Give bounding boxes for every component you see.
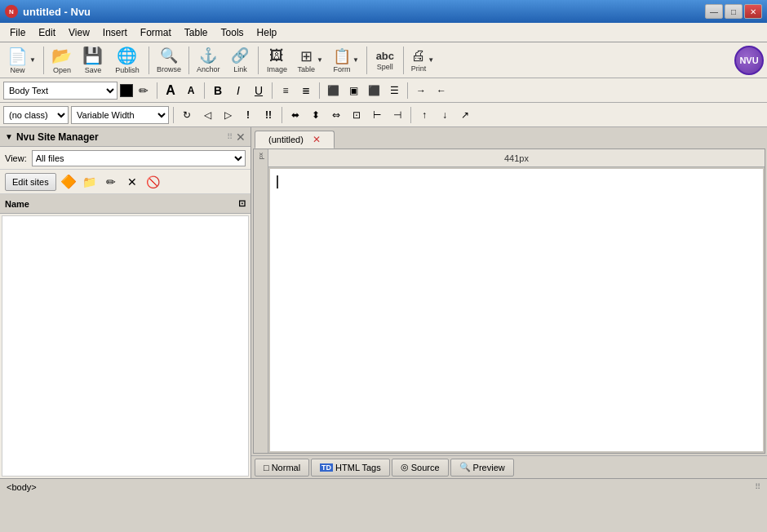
app-icon: N [5,5,18,18]
table-arrow-icon: ▼ [317,56,323,64]
editor-canvas[interactable] [270,169,763,451]
normal-tab-icon: □ [264,463,269,472]
h-align2-btn[interactable]: ⬍ [307,106,325,124]
preview-tab[interactable]: 🔍 Preview [450,459,514,477]
site-folder-icon[interactable]: 📁 [81,173,99,191]
table-button[interactable]: ⊞ Table ▼ [293,45,326,76]
sep4 [258,47,259,74]
bottom-tabs: □ Normal TD HTML Tags ◎ Source 🔍 Preview [251,455,767,478]
publish-label: Publish [115,66,140,74]
up-btn[interactable]: ↑ [415,106,433,124]
prev-btn[interactable]: ◁ [198,106,216,124]
resize3-btn[interactable]: ⊣ [388,106,406,124]
tab-close-btn[interactable]: ✕ [313,134,321,145]
diag-btn[interactable]: ↗ [456,106,474,124]
site-delete-icon[interactable]: ✕ [123,173,141,191]
menu-format[interactable]: Format [134,25,178,40]
decrease-font-btn[interactable]: A [182,82,200,100]
indent-btn[interactable]: → [412,82,430,100]
resize-btn[interactable]: ⊡ [348,106,366,124]
collapse-arrow-icon[interactable]: ▼ [5,132,13,141]
document-tab[interactable]: (untitled) ✕ [255,131,335,149]
resize-grip-icon[interactable]: ⠿ [755,482,760,491]
ruler-text: px [257,153,264,159]
unordered-list-btn[interactable]: ≡ [277,82,295,100]
next-btn[interactable]: ▷ [219,106,237,124]
site-panel: ▼ Nvu Site Manager ⠿ ✕ View: All files B… [0,127,251,478]
maximize-button[interactable]: □ [725,4,743,19]
h-align1-btn[interactable]: ⬌ [286,106,304,124]
form-button[interactable]: 📋 Form ▼ [329,45,363,76]
excl-btn[interactable]: ! [239,106,257,124]
site-stop-icon[interactable]: 🚫 [144,173,162,191]
close-button[interactable]: ✕ [744,4,762,19]
print-button[interactable]: 🖨 Print ▼ [407,45,438,76]
new-label: New [10,66,24,74]
fmt-sep3 [272,82,273,99]
resize-column-icon[interactable]: ⊡ [238,198,246,209]
menu-tools[interactable]: Tools [215,25,250,40]
normal-tab[interactable]: □ Normal [255,459,309,477]
underline-btn[interactable]: U [250,82,268,100]
resize2-btn[interactable]: ⊢ [368,106,386,124]
editor-area: (untitled) ✕ px 441px □ Normal [251,127,767,478]
new-button[interactable]: 📄 New ▼ [3,45,40,76]
spell-button[interactable]: abc Spell [370,45,400,76]
class-select[interactable]: (no class) [3,106,69,124]
sep2 [149,47,149,74]
edit-sites-btn[interactable]: Edit sites [5,173,56,191]
align-justify-btn[interactable]: ☰ [385,82,403,100]
save-button[interactable]: 💾 Save [78,45,108,76]
view-select[interactable]: All files Bookmarks History [32,150,246,166]
increase-font-btn[interactable]: A [162,82,180,100]
menu-table[interactable]: Table [178,25,215,40]
highlight-btn[interactable]: ✏ [135,82,153,100]
minimize-button[interactable]: — [705,4,723,19]
anchor-button[interactable]: ⚓ Anchor [193,45,224,76]
refresh-btn[interactable]: ↻ [178,106,196,124]
browse-icon: 🔍 [160,47,178,64]
site-panel-title-area: ▼ Nvu Site Manager [5,131,99,143]
h-align3-btn[interactable]: ⇔ [327,106,345,124]
align-left-btn[interactable]: ⬛ [324,82,342,100]
menu-help[interactable]: Help [250,25,284,40]
style-select[interactable]: Body Text Heading 1 Heading 2 Paragraph [3,82,117,100]
dbl-excl-btn[interactable]: !! [259,106,277,124]
ordered-list-btn[interactable]: ≣ [297,82,315,100]
site-edit-icon[interactable]: ✏ [102,173,120,191]
open-button[interactable]: 📂 Open [47,45,77,76]
site-go-icon[interactable]: 🔶 [60,173,78,191]
link-button[interactable]: 🔗 Link [225,45,255,76]
browse-button[interactable]: 🔍 Browse [153,45,185,76]
fmt-sep2 [204,82,205,99]
open-label: Open [53,66,71,74]
publish-button[interactable]: 🌐 Publish [109,45,145,76]
down-btn[interactable]: ↓ [436,106,454,124]
width-display: 441px [504,153,529,163]
window-controls: — □ ✕ [705,4,762,19]
menu-insert[interactable]: Insert [96,25,134,40]
align-right-btn[interactable]: ⬛ [365,82,383,100]
link-label: Link [233,65,247,73]
panel-close-btn[interactable]: ✕ [236,131,246,144]
fmt-sep1 [157,82,157,99]
source-tab[interactable]: ◎ Source [392,459,449,477]
body-tag-label: <body> [7,482,37,492]
outdent-btn[interactable]: ← [432,82,450,100]
nvu-logo-button[interactable]: NVU [734,46,764,75]
italic-btn[interactable]: I [229,82,247,100]
bold-btn[interactable]: B [209,82,227,100]
menu-view[interactable]: View [62,25,96,40]
menu-file[interactable]: File [3,25,32,40]
table-icon: ⊞ [300,47,313,65]
text-color-box[interactable] [120,84,133,97]
anchor-icon: ⚓ [199,47,217,64]
width-select[interactable]: Variable Width Fixed Width [71,106,169,124]
html-tags-tab[interactable]: TD HTML Tags [311,459,390,477]
align-center-btn[interactable]: ▣ [344,82,362,100]
tabs-row: (untitled) ✕ [251,127,767,149]
image-button[interactable]: 🖼 Image [262,45,291,76]
file-list-body[interactable] [2,215,249,477]
menu-edit[interactable]: Edit [32,25,62,40]
table-label: Table [297,65,315,73]
